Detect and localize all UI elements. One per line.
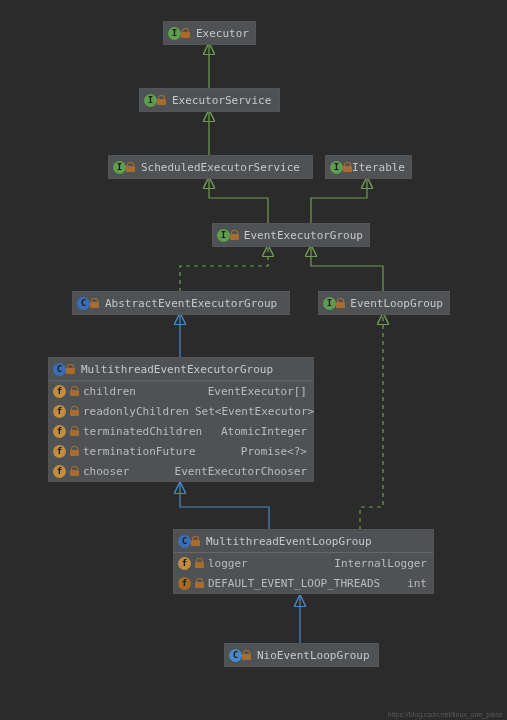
node-iterable[interactable]: I Iterable xyxy=(325,155,412,179)
class-abstract-icon: C xyxy=(77,297,105,310)
node-scheduled-executor-service[interactable]: I ScheduledExecutorService xyxy=(108,155,313,179)
member-list: flogger InternalLogger fDEFAULT_EVENT_LO… xyxy=(174,552,433,593)
field-row: fterminationFuture Promise<?> xyxy=(49,441,313,461)
field-row: fchooser EventExecutorChooser xyxy=(49,461,313,481)
field-icon: f xyxy=(53,445,66,458)
lock-icon xyxy=(336,298,345,308)
node-label: Iterable xyxy=(352,161,405,174)
interface-icon: I xyxy=(144,94,172,107)
interface-icon: I xyxy=(323,297,350,310)
lock-icon xyxy=(66,364,75,374)
lock-icon xyxy=(191,536,200,546)
node-event-loop-group[interactable]: I EventLoopGroup xyxy=(318,291,450,315)
node-label: NioEventLoopGroup xyxy=(257,649,370,662)
lock-icon xyxy=(343,162,352,172)
lock-icon xyxy=(181,28,190,38)
class-icon: C xyxy=(229,649,257,662)
lock-icon xyxy=(242,650,251,660)
node-label: MultithreadEventLoopGroup xyxy=(206,535,372,548)
node-label: EventLoopGroup xyxy=(350,297,443,310)
node-event-executor-group[interactable]: I EventExecutorGroup xyxy=(212,223,370,247)
field-row: fterminatedChildren AtomicInteger xyxy=(49,421,313,441)
class-abstract-icon: C xyxy=(53,363,81,376)
node-label: MultithreadEventExecutorGroup xyxy=(81,363,273,376)
interface-icon: I xyxy=(168,27,196,40)
member-list: fchildren EventExecutor[] freadonlyChild… xyxy=(49,380,313,481)
lock-icon xyxy=(70,446,79,456)
field-icon: f xyxy=(53,425,66,438)
field-row: flogger InternalLogger xyxy=(174,553,433,573)
node-label: AbstractEventExecutorGroup xyxy=(105,297,277,310)
lock-icon xyxy=(70,466,79,476)
lock-icon xyxy=(195,558,204,568)
lock-icon xyxy=(157,95,166,105)
field-icon: f xyxy=(53,405,66,418)
lock-icon xyxy=(70,426,79,436)
field-row: freadonlyChildren Set<EventExecutor> xyxy=(49,401,313,421)
lock-icon xyxy=(230,230,239,240)
node-abstract-event-executor-group[interactable]: C AbstractEventExecutorGroup xyxy=(72,291,290,315)
node-label: ScheduledExecutorService xyxy=(141,161,300,174)
node-executor-service[interactable]: I ExecutorService xyxy=(139,88,280,112)
lock-icon xyxy=(90,298,99,308)
node-label: EventExecutorGroup xyxy=(244,229,363,242)
final-field-icon: f xyxy=(178,577,191,590)
node-multithread-event-executor-group[interactable]: C MultithreadEventExecutorGroup fchildre… xyxy=(48,357,314,482)
interface-icon: I xyxy=(330,161,352,174)
field-icon: f xyxy=(178,557,191,570)
field-row: fchildren EventExecutor[] xyxy=(49,381,313,401)
node-label: Executor xyxy=(196,27,249,40)
lock-icon xyxy=(70,386,79,396)
class-abstract-icon: C xyxy=(178,535,206,548)
field-icon: f xyxy=(53,465,66,478)
lock-icon xyxy=(126,162,135,172)
field-row: fDEFAULT_EVENT_LOOP_THREADS int xyxy=(174,573,433,593)
lock-icon xyxy=(195,578,204,588)
node-nio-event-loop-group[interactable]: C NioEventLoopGroup xyxy=(224,643,379,667)
interface-icon: I xyxy=(113,161,141,174)
watermark: https://blog.csdn.net/linux_one_piece xyxy=(388,711,503,718)
node-executor[interactable]: I Executor xyxy=(163,21,256,45)
lock-icon xyxy=(70,406,79,416)
node-label: ExecutorService xyxy=(172,94,271,107)
interface-icon: I xyxy=(217,229,244,242)
field-icon: f xyxy=(53,385,66,398)
node-multithread-event-loop-group[interactable]: C MultithreadEventLoopGroup flogger Inte… xyxy=(173,529,434,594)
